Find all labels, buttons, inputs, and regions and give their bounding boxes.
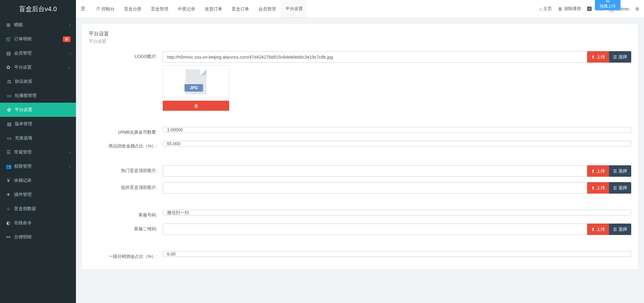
upload-icon: ⬆ bbox=[591, 169, 595, 174]
sidebar-item-label: 权限管理 bbox=[14, 163, 32, 169]
users-icon: 👥 bbox=[5, 164, 11, 169]
sidebar-item-members[interactable]: ▤ 会员管理 ‹ bbox=[0, 46, 76, 60]
menu-toggle-icon[interactable]: ☰ bbox=[81, 6, 85, 12]
tab-category[interactable]: 盲盒分类 bbox=[119, 0, 146, 18]
sidebar-item-commission[interactable]: ⚯ 分佣明细 bbox=[0, 230, 76, 244]
select-button[interactable]: ☰选择 bbox=[609, 51, 631, 63]
scale-icon: ⚖ bbox=[6, 79, 12, 84]
cs-qr-input[interactable] bbox=[163, 224, 587, 235]
db-icon: ☰ bbox=[5, 149, 11, 155]
sidebar-item-label: 晒图 bbox=[14, 22, 23, 28]
settings-toggle[interactable]: ⚙ bbox=[635, 6, 639, 11]
home-link[interactable]: ⌂ 主页 bbox=[539, 6, 552, 12]
cart-icon: 🛒 bbox=[5, 36, 11, 42]
form-row-hot-img: 热门盲盒顶部图片: ⬆上传 ☰选择 bbox=[89, 163, 631, 179]
list-icon: ☰ bbox=[613, 186, 617, 191]
sidebar-item-platform-settings[interactable]: ✿ 平台设置 ⌄ bbox=[0, 60, 76, 74]
image-icon: ⊞ bbox=[5, 22, 11, 28]
sidebar-item-online-cmd[interactable]: ◐ 在线命令 bbox=[0, 216, 76, 230]
sidebar-item-carousel[interactable]: ▭ 轮播图管理 bbox=[0, 89, 76, 103]
language-toggle[interactable]: 🅰 bbox=[587, 6, 592, 11]
yen-icon: ¥ bbox=[5, 178, 11, 183]
sidebar-item-showcase[interactable]: ⊞ 晒图 ‹ bbox=[0, 18, 76, 32]
top-tabs: ⏱ 控制台 盲盒分类 盲盒管理 中奖记录 发货订单 盲盒订单 会员管理 平台设置 bbox=[91, 0, 539, 18]
tab-box-order[interactable]: 盲盒订单 bbox=[227, 0, 254, 18]
drag-upload-button[interactable]: ∞ 拖拽上传 bbox=[595, 0, 620, 10]
sidebar-item-label: 协议政策 bbox=[15, 78, 32, 85]
sidebar-item-label: 轮播图管理 bbox=[15, 93, 37, 99]
drag-upload-label: 拖拽上传 bbox=[600, 3, 616, 9]
hot-img-input[interactable] bbox=[163, 165, 587, 177]
select-button[interactable]: ☰选择 bbox=[609, 182, 631, 194]
hot-img-label: 热门盲盒顶部图片: bbox=[89, 165, 163, 174]
gear-icon: ✿ bbox=[6, 107, 12, 112]
sidebar-item-label: 在线命令 bbox=[14, 220, 32, 226]
cs-number-input[interactable] bbox=[163, 210, 631, 215]
delete-image-button[interactable]: 🗑 bbox=[163, 101, 229, 111]
sidebar-item-balance[interactable]: ¥ 余额记录 bbox=[0, 173, 76, 188]
sidebar-item-label: 平台设置 bbox=[14, 64, 32, 70]
tab-member[interactable]: 会员管理 bbox=[254, 0, 281, 18]
topbar: ☰ ⏱ 控制台 盲盒分类 盲盒管理 中奖记录 发货订单 盲盒订单 会员管理 平台… bbox=[76, 0, 644, 18]
form-row-logo: LOGO图片: ⬆上传 ☰选择 JPG 🗑 bbox=[89, 48, 631, 113]
logo-input[interactable] bbox=[163, 51, 587, 63]
tab-label: 发货订单 bbox=[205, 0, 222, 18]
carousel-icon: ▭ bbox=[6, 93, 12, 98]
chevron-left-icon: ‹ bbox=[70, 165, 71, 168]
sidebar: 盲盒后台v4.0 ⊞ 晒图 ‹ 🛒 订单明细 新 ▤ 会员管理 ‹ ✿ 平台设置… bbox=[0, 0, 76, 303]
dashboard-icon: ⏱ bbox=[96, 0, 100, 18]
sidebar-item-general[interactable]: ☰ 常规管理 ‹ bbox=[0, 145, 76, 159]
low-img-label: 低价盲盒顶部图片: bbox=[89, 182, 163, 191]
panel-header: 平台设置 平台设置 bbox=[89, 31, 631, 44]
tab-shipping[interactable]: 发货订单 bbox=[200, 0, 227, 18]
tab-manage[interactable]: 盲盒管理 bbox=[146, 0, 173, 18]
clear-cache-link[interactable]: 🗑 清除缓存 bbox=[558, 6, 581, 12]
sidebar-item-label: 盲盒假数据 bbox=[14, 206, 36, 212]
tab-label: 盲盒分类 bbox=[124, 0, 142, 18]
trash-icon: 🗑 bbox=[194, 103, 198, 108]
language-icon: 🅰 bbox=[587, 6, 592, 11]
content: 平台设置 平台设置 LOGO图片: ⬆上传 ☰选择 JPG bbox=[76, 0, 644, 303]
upload-button[interactable]: ⬆上传 bbox=[587, 182, 609, 194]
sidebar-item-fake-data[interactable]: ○ 盲盒假数据 bbox=[0, 202, 76, 216]
tab-label: 平台设置 bbox=[285, 0, 303, 18]
upload-button[interactable]: ⬆上传 bbox=[587, 224, 609, 235]
select-button[interactable]: ☰选择 bbox=[609, 165, 631, 177]
sidebar-item-label: 分佣明细 bbox=[14, 234, 32, 240]
chevron-left-icon: ‹ bbox=[70, 150, 71, 154]
sidebar-item-recharge[interactable]: ▭ 充值选项 bbox=[0, 131, 76, 145]
cs-qr-label: 客服二维码: bbox=[89, 224, 163, 232]
sidebar-item-label: 插件管理 bbox=[14, 192, 32, 198]
app-logo: 盲盒后台v4.0 bbox=[0, 0, 76, 18]
low-img-input[interactable] bbox=[163, 182, 587, 194]
sidebar-item-label: 常规管理 bbox=[14, 149, 32, 155]
rmb-input[interactable] bbox=[163, 127, 631, 133]
sidebar-item-order-detail[interactable]: 🛒 订单明细 新 bbox=[0, 32, 76, 46]
sidebar-item-agreement[interactable]: ⚖ 协议政策 bbox=[0, 74, 76, 89]
level1-input[interactable] bbox=[163, 251, 631, 257]
upload-button[interactable]: ⬆上传 bbox=[587, 51, 609, 63]
rocket-icon: ✈ bbox=[5, 192, 11, 197]
content-scroll[interactable]: 平台设置 平台设置 LOGO图片: ⬆上传 ☰选择 JPG bbox=[76, 18, 644, 303]
select-button[interactable]: ☰选择 bbox=[609, 224, 631, 235]
recycle-input[interactable] bbox=[163, 141, 631, 146]
upload-button[interactable]: ⬆上传 bbox=[587, 165, 609, 177]
sidebar-item-plugins[interactable]: ✈ 插件管理 bbox=[0, 188, 76, 202]
tab-winning[interactable]: 中奖记录 bbox=[173, 0, 200, 18]
chevron-left-icon: ‹ bbox=[70, 23, 71, 27]
tab-label: 盲盒订单 bbox=[232, 0, 249, 18]
home-label: 主页 bbox=[543, 6, 552, 12]
form-row-level1: 一级分销佣金占比（%）: bbox=[89, 248, 631, 262]
tab-platform-settings[interactable]: 平台设置 bbox=[281, 0, 308, 18]
sidebar-item-permissions[interactable]: 👥 权限管理 ‹ bbox=[0, 159, 76, 173]
tab-label: 控制台 bbox=[102, 0, 115, 18]
chevron-left-icon: ‹ bbox=[70, 52, 71, 55]
new-badge: 新 bbox=[63, 36, 71, 42]
cs-number-label: 客服号码: bbox=[89, 210, 163, 218]
sidebar-item-version[interactable]: ▤ 版本管理 bbox=[0, 117, 76, 131]
sidebar-item-label: 余额记录 bbox=[14, 177, 32, 183]
sidebar-nav: ⊞ 晒图 ‹ 🛒 订单明细 新 ▤ 会员管理 ‹ ✿ 平台设置 ⌄ ⚖ 协议政策… bbox=[0, 18, 76, 244]
tab-dashboard[interactable]: ⏱ 控制台 bbox=[91, 0, 119, 18]
sidebar-item-label: 会员管理 bbox=[14, 50, 32, 56]
sidebar-item-platform-settings-active[interactable]: ✿ 平台设置 bbox=[0, 103, 76, 117]
